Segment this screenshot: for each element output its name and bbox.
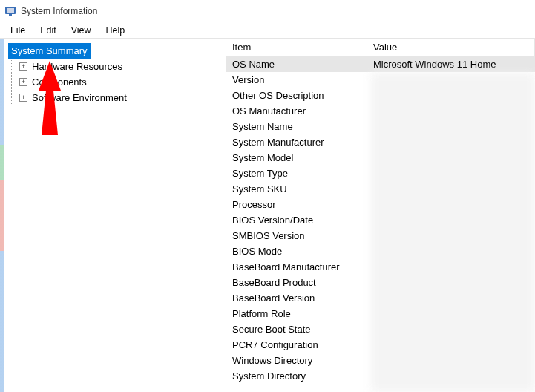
- cell-item: BaseBoard Version: [226, 293, 367, 304]
- tree-label: Hardware Resources: [32, 61, 122, 72]
- cell-item: BaseBoard Product: [226, 277, 367, 288]
- grid-row[interactable]: Other OS Description: [226, 88, 535, 103]
- menu-edit[interactable]: Edit: [33, 24, 64, 37]
- grid-row[interactable]: Platform Role: [226, 306, 535, 321]
- tree-hardware-resources[interactable]: + Hardware Resources: [12, 59, 224, 74]
- cell-item: OS Name: [226, 59, 367, 70]
- menu-file[interactable]: File: [3, 24, 33, 37]
- cell-item: BaseBoard Manufacturer: [226, 261, 367, 272]
- menu-view[interactable]: View: [64, 24, 99, 37]
- cell-value: Microsoft Windows 11 Home: [367, 59, 535, 70]
- menubar: File Edit View Help: [0, 22, 535, 39]
- tree-software-environment[interactable]: + Software Environment: [12, 90, 224, 105]
- grid-row[interactable]: System Type: [226, 166, 535, 181]
- grid-row[interactable]: OS NameMicrosoft Windows 11 Home: [226, 56, 535, 72]
- cell-item: Windows Directory: [226, 355, 367, 366]
- cell-item: Other OS Description: [226, 90, 367, 101]
- grid-row[interactable]: PCR7 Configuration: [226, 337, 535, 353]
- cell-item: SMBIOS Version: [226, 230, 367, 241]
- grid-header: Item Value: [226, 39, 535, 56]
- grid-row[interactable]: System SKU: [226, 181, 535, 197]
- grid-row[interactable]: Secure Boot State: [226, 321, 535, 337]
- cell-item: PCR7 Configuration: [226, 339, 367, 350]
- grid-row[interactable]: Processor: [226, 197, 535, 212]
- cell-item: Secure Boot State: [226, 324, 367, 335]
- column-header-value[interactable]: Value: [367, 39, 535, 56]
- tree-components[interactable]: + Components: [12, 74, 224, 90]
- cell-item: System Model: [226, 152, 367, 163]
- grid-row[interactable]: System Model: [226, 150, 535, 166]
- grid-row[interactable]: BIOS Version/Date: [226, 212, 535, 228]
- cell-item: OS Manufacturer: [226, 105, 367, 117]
- svg-rect-1: [7, 8, 14, 13]
- grid-row[interactable]: OS Manufacturer: [226, 103, 535, 119]
- cell-item: System Type: [226, 168, 367, 179]
- cell-item: Platform Role: [226, 308, 367, 319]
- details-panel: Item Value OS NameMicrosoft Windows 11 H…: [226, 39, 535, 392]
- cell-item: System Manufacturer: [226, 137, 367, 148]
- menu-help[interactable]: Help: [99, 24, 133, 37]
- expand-icon[interactable]: +: [19, 78, 27, 86]
- cell-item: BIOS Mode: [226, 246, 367, 257]
- titlebar: System Information: [0, 0, 535, 22]
- grid-body[interactable]: OS NameMicrosoft Windows 11 HomeVersionO…: [226, 56, 535, 392]
- column-header-item[interactable]: Item: [226, 39, 367, 56]
- expand-icon[interactable]: +: [19, 62, 27, 71]
- grid-row[interactable]: System Directory: [226, 368, 535, 384]
- cell-item: Version: [226, 74, 367, 85]
- content-area: System Summary + Hardware Resources + Co…: [0, 39, 535, 392]
- app-icon: [4, 5, 16, 17]
- tree-label: System Summary: [11, 45, 88, 56]
- grid-row[interactable]: BaseBoard Manufacturer: [226, 259, 535, 275]
- expand-icon[interactable]: +: [19, 94, 27, 102]
- grid-row[interactable]: SMBIOS Version: [226, 228, 535, 244]
- grid-row[interactable]: System Name: [226, 119, 535, 134]
- grid-row[interactable]: Windows Directory: [226, 353, 535, 368]
- grid-row[interactable]: BaseBoard Version: [226, 290, 535, 306]
- cell-item: System SKU: [226, 183, 367, 195]
- tree-system-summary[interactable]: System Summary: [8, 43, 91, 59]
- grid-row[interactable]: BaseBoard Product: [226, 275, 535, 290]
- cell-item: BIOS Version/Date: [226, 215, 367, 226]
- tree-panel: System Summary + Hardware Resources + Co…: [4, 39, 226, 392]
- grid-row[interactable]: BIOS Mode: [226, 244, 535, 259]
- grid-row[interactable]: System Manufacturer: [226, 134, 535, 150]
- grid-row[interactable]: Version: [226, 72, 535, 88]
- cell-item: System Directory: [226, 370, 367, 382]
- tree-label: Software Environment: [32, 92, 127, 103]
- cell-item: System Name: [226, 121, 367, 132]
- window-title: System Information: [21, 6, 97, 16]
- cell-item: Processor: [226, 199, 367, 210]
- tree-label: Components: [32, 76, 87, 88]
- svg-rect-2: [9, 14, 12, 16]
